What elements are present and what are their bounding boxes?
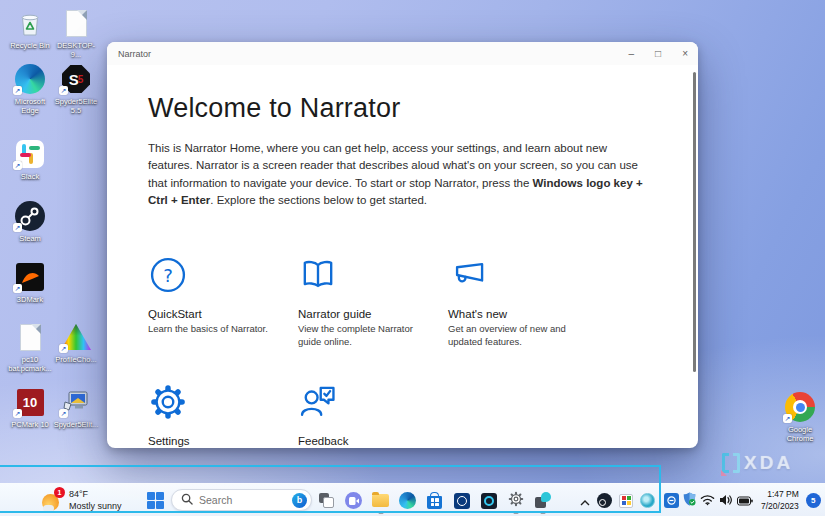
feedback-icon — [298, 382, 448, 422]
card-quickstart[interactable]: ? QuickStart Learn the basics of Narrato… — [148, 255, 298, 349]
card-whats-new[interactable]: What's new Get an overview of new and up… — [448, 255, 598, 349]
recycle-bin-icon — [15, 8, 45, 38]
hidden-icons-chevron[interactable] — [580, 492, 590, 510]
system-tray-left — [580, 484, 655, 516]
task-view-button[interactable] — [318, 492, 335, 509]
gear-icon — [148, 382, 298, 422]
volume-icon[interactable] — [719, 492, 733, 510]
desktop-icon-spyder-installer[interactable]: Spyder5Elit... — [52, 387, 100, 429]
chrome-icon — [785, 392, 815, 422]
icon-label: 3DMark — [17, 295, 43, 304]
icon-label: Spyder5Elit... — [54, 420, 99, 429]
svg-text:?: ? — [163, 265, 173, 286]
narrator-window: Narrator – □ × Welcome to Narrator This … — [107, 42, 698, 448]
dell-app-button[interactable] — [453, 492, 470, 509]
minimize-button[interactable]: – — [629, 48, 635, 59]
card-title: QuickStart — [148, 308, 298, 320]
edge-icon — [399, 492, 416, 509]
icon-label: Steam — [19, 234, 41, 243]
icon-label: Google Chrome — [776, 425, 824, 443]
weather-temp: 84°F — [69, 489, 122, 501]
spyder5elite-icon: S5 — [61, 64, 91, 94]
desktop-icon-pcmark10[interactable]: 10 PCMark 10 — [6, 387, 54, 429]
folder-icon — [372, 494, 389, 507]
card-feedback[interactable]: Feedback Help improve Narrator. Press Na… — [298, 382, 448, 448]
dell-icon — [454, 493, 470, 509]
profile-chooser-icon — [61, 322, 91, 352]
book-icon — [298, 255, 448, 295]
alexa-button[interactable] — [480, 492, 497, 509]
installer-icon — [61, 387, 91, 417]
taskbar-pinned-apps — [318, 484, 551, 516]
notification-count-badge[interactable]: 5 — [806, 493, 821, 508]
weather-badge: 1 — [54, 487, 65, 498]
card-title: Settings — [148, 435, 298, 447]
system-tray-right: 1:47 PM 7/20/2023 5 — [664, 484, 821, 516]
window-titlebar[interactable]: Narrator – □ × — [107, 42, 698, 65]
desktop-icon-microsoft-edge[interactable]: Microsoft Edge — [6, 64, 54, 115]
icon-label: pc10 bat.pcmark... — [6, 355, 54, 373]
chat-button[interactable] — [345, 492, 362, 509]
intro-paragraph: This is Narrator Home, where you can get… — [148, 140, 650, 209]
desktop-icon-google-chrome[interactable]: Google Chrome — [776, 392, 824, 443]
battery-icon[interactable] — [737, 492, 753, 510]
edge-button[interactable] — [399, 492, 416, 509]
feature-cards: ? QuickStart Learn the basics of Narrato… — [148, 255, 650, 448]
document-icon — [61, 8, 91, 38]
windows-security-icon[interactable] — [683, 492, 696, 510]
icon-label: Microsoft Edge — [6, 97, 54, 115]
xda-logo-icon — [722, 453, 740, 473]
desktop-icon-recycle-bin[interactable]: Recycle Bin — [6, 8, 54, 50]
steam-tray-icon[interactable] — [597, 493, 612, 508]
icon-label: Spyder5Elite 5.5 — [52, 97, 100, 115]
icon-label: ProfileCho... — [55, 355, 96, 364]
weather-condition: Mostly sunny — [69, 501, 122, 513]
desktop-icon-slack[interactable]: Slack — [6, 139, 54, 181]
taskbar: 1 84°F Mostly sunny b — [0, 483, 825, 516]
window-scrollbar[interactable] — [693, 72, 696, 372]
card-narrator-guide[interactable]: Narrator guide View the complete Narrato… — [298, 255, 448, 349]
dell-support-tray-icon[interactable] — [664, 493, 679, 508]
intro-text-end: . Explore the sections below to get star… — [210, 194, 427, 206]
desktop: Recycle Bin DESKTOP-9... Microsoft Edge … — [0, 0, 825, 516]
desktop-icon-profilechooser[interactable]: ProfileCho... — [52, 322, 100, 364]
color-grid-tray-icon[interactable] — [619, 494, 633, 508]
weather-sun-icon: 1 — [42, 491, 62, 511]
wifi-icon[interactable] — [700, 492, 715, 510]
page-title: Welcome to Narrator — [148, 93, 650, 124]
store-bag-icon — [427, 496, 442, 509]
desktop-icon-pc10-file[interactable]: pc10 bat.pcmark... — [6, 322, 54, 373]
feedback-hub-button[interactable] — [534, 492, 551, 509]
bing-icon[interactable]: b — [292, 493, 307, 508]
icon-label: Slack — [21, 172, 39, 181]
clock[interactable]: 1:47 PM 7/20/2023 — [761, 489, 799, 511]
file-explorer-button[interactable] — [372, 492, 389, 509]
spyder-utility-tray-icon[interactable] — [640, 493, 655, 508]
edge-icon — [15, 64, 45, 94]
3dmark-icon — [15, 262, 45, 292]
desktop-icon-3dmark[interactable]: 3DMark — [6, 262, 54, 304]
card-title: Feedback — [298, 435, 448, 447]
icon-label: PCMark 10 — [11, 420, 49, 429]
search-input[interactable] — [199, 494, 286, 506]
card-settings[interactable]: Settings Customize Narrator. Press Windo… — [148, 382, 298, 448]
time: 1:47 PM — [761, 489, 799, 500]
pcmark10-icon: 10 — [15, 387, 45, 417]
start-button[interactable] — [147, 492, 164, 509]
settings-button[interactable] — [507, 492, 524, 509]
desktop-icon-desktop-file[interactable]: DESKTOP-9... — [52, 8, 100, 59]
steam-icon — [15, 201, 45, 231]
close-button[interactable]: × — [682, 48, 688, 59]
maximize-button[interactable]: □ — [655, 48, 661, 59]
gear-icon — [508, 491, 524, 511]
microsoft-store-button[interactable] — [426, 492, 443, 509]
search-icon — [181, 491, 193, 509]
card-desc: Get an overview of new and updated featu… — [448, 323, 576, 349]
desktop-icon-steam[interactable]: Steam — [6, 201, 54, 243]
question-circle-icon: ? — [148, 255, 298, 295]
window-title: Narrator — [107, 49, 151, 59]
desktop-icon-spyder5elite[interactable]: S5 Spyder5Elite 5.5 — [52, 64, 100, 115]
weather-widget[interactable]: 1 84°F Mostly sunny — [42, 484, 122, 516]
search-box[interactable]: b — [171, 489, 312, 511]
card-title: Narrator guide — [298, 308, 448, 320]
